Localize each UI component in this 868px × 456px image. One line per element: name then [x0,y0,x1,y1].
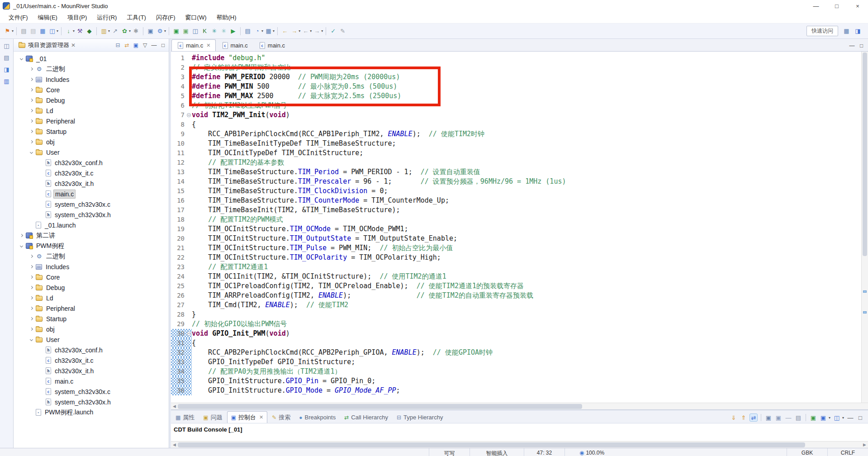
mark-occurrences-icon[interactable]: ✓ [329,27,337,35]
chevron-collapsed-icon[interactable] [28,66,34,72]
code-text[interactable]: TIM_OCInitStructure.TIM_OCMode = TIM_OCM… [192,224,408,234]
chevron-collapsed-icon[interactable] [28,253,34,260]
chevron-collapsed-icon[interactable] [28,87,34,93]
chevron-collapsed-icon[interactable] [28,264,34,270]
new-wizard-icon[interactable]: ⚑ [3,27,12,35]
dropdown-arrow-icon[interactable]: ▾ [310,29,312,33]
code-text[interactable]: { [192,120,196,129]
clear-console-icon[interactable]: — [784,413,792,422]
dropdown-arrow-icon[interactable]: ▾ [129,29,131,33]
editor-horizontal-scrollbar[interactable]: ◀ [171,403,868,409]
editor-tab-1[interactable]: cmain.c [216,39,253,51]
tree-item-Includes[interactable]: Includes [14,74,169,85]
code-text[interactable]: // 配置TIM2的基本参数 [192,158,284,167]
horizontal-scrollbar-thumb[interactable] [178,404,582,409]
code-line-5[interactable]: 5#define PWM_MAX 2500 // 最大脉宽为2.5ms (250… [171,91,861,101]
tree-item-Peripheral[interactable]: Peripheral [14,303,169,314]
code-lines[interactable]: 1#include "debug.h"2// 定义舵机的PWM周期和占空比3#d… [171,52,861,403]
tree-item-Core[interactable]: Core [14,272,169,282]
code-line-1[interactable]: 1#include "debug.h" [171,53,861,63]
code-line-13[interactable]: 13 TIM_TimeBaseStructure.TIM_Period = PW… [171,167,861,177]
tree-item-Startup[interactable]: Startup [14,126,169,137]
code-line-17[interactable]: 17 TIM_TimeBaseInit(TIM2, &TIM_TimeBaseS… [171,205,861,215]
code-text[interactable]: // 初始化TIM2以生成PWM信号 [192,101,287,110]
code-line-21[interactable]: 21 TIM_OCInitStructure.TIM_Pulse = PWM_M… [171,243,861,253]
code-line-20[interactable]: 20 TIM_OCInitStructure.TIM_OutputState =… [171,234,861,243]
menu-item-7[interactable]: 帮助(H) [212,12,242,23]
code-line-22[interactable]: 22 TIM_OCInitStructure.TIM_OCPolarity = … [171,253,861,262]
code-line-14[interactable]: 14 TIM_TimeBaseStructure.TIM_Prescaler =… [171,177,861,186]
last-edit-location-icon[interactable]: ← [301,27,310,35]
menu-item-1[interactable]: 编辑(E) [33,12,62,23]
dropdown-arrow-icon[interactable]: ▾ [57,29,58,33]
dropdown-arrow-icon[interactable]: ▾ [273,29,275,33]
save-icon[interactable]: ▤ [19,27,28,35]
code-line-25[interactable]: 25 TIM_OC1PreloadConfig(TIM2, TIM_OCPrel… [171,281,861,291]
restore-views-icon[interactable]: ◫ [3,42,11,50]
code-text[interactable]: void GPIO_Init_PWM(void) [192,329,290,338]
scroll-left-arrow-icon[interactable]: ◀ [171,403,178,410]
code-text[interactable]: TIM_TimeBaseStructure.TIM_ClockDivision … [192,186,388,196]
edit-mode-icon[interactable]: ✎ [338,27,347,35]
minimize-panel-icon[interactable]: — [846,413,854,422]
minimize-editor-icon[interactable]: — [848,42,856,49]
code-line-24[interactable]: 24 TIM_OC1Init(TIM2, &TIM_OCInitStructur… [171,272,861,281]
code-editor[interactable]: 1#include "debug.h"2// 定义舵机的PWM周期和占空比3#d… [171,52,868,403]
code-line-12[interactable]: 12 // 配置TIM2的基本参数 [171,158,861,167]
open-console-icon[interactable]: ▣ [819,413,827,422]
code-text[interactable]: TIM_TimeBaseInitTypeDef TIM_TimeBaseStru… [192,139,396,148]
attach-debug-icon[interactable]: ✳ [219,27,228,35]
tree-item-system_ch32v30x.c[interactable]: csystem_ch32v30x.c [14,386,169,397]
code-line-10[interactable]: 10 TIM_TimeBaseInitTypeDef TIM_TimeBaseS… [171,139,861,148]
code-text[interactable]: TIM_OC1PreloadConfig(TIM2, TIM_OCPreload… [192,281,524,291]
code-line-11[interactable]: 11 TIM_OCInitTypeDef TIM_OCInitStructure… [171,148,861,158]
dropdown-arrow-icon[interactable]: ▾ [261,29,263,33]
shortcut-console-icon[interactable]: ▥ [3,77,11,85]
bottom-horizontal-scrollbar[interactable]: ◀ ▶ [171,441,868,448]
tree-item-ch32v30x_it.c[interactable]: cch32v30x_it.c [14,168,169,178]
code-line-26[interactable]: 26 TIM_ARRPreloadConfig(TIM2, ENABLE); /… [171,291,861,300]
tree-item-ch32v30x_conf.h[interactable]: hch32v30x_conf.h [14,345,169,355]
code-text[interactable]: TIM_OCInitStructure.TIM_Pulse = PWM_MIN;… [192,243,453,253]
history-icon[interactable]: ◔ [253,27,261,35]
chevron-collapsed-icon[interactable] [28,316,34,322]
chip-query-icon[interactable]: ◫ [191,27,199,35]
code-text[interactable]: { [192,338,196,348]
tree-item-PWM例程.launch[interactable]: ▸PWM例程.launch [14,407,169,418]
code-line-36[interactable]: 36 GPIO_InitStructure.GPIO_Mode = GPIO_M… [171,386,861,395]
quick-access-button[interactable]: 快速访问 [806,26,838,36]
open-project-icon[interactable]: ◫ [48,27,57,35]
console-tab-4[interactable]: ●Breakpoints [295,411,340,423]
code-text[interactable]: TIM_OC1Init(TIM2, &TIM_OCInitStructure);… [192,272,446,281]
tree-item-obj[interactable]: obj [14,324,169,334]
code-text[interactable]: // 配置TIM2通道1 [192,262,268,272]
code-line-18[interactable]: 18 // 配置TIM2的PWM模式 [171,215,861,224]
tree-item-main.c[interactable]: cmain.c [14,376,169,386]
code-text[interactable]: TIM_TimeBaseInit(TIM2, &TIM_TimeBaseStru… [192,205,400,215]
terminal-icon[interactable]: ▣ [146,27,155,35]
debug-icon[interactable]: ✳ [210,27,218,35]
code-line-35[interactable]: 35 GPIO_InitStructure.GPIO_Pin = GPIO_Pi… [171,376,861,386]
chevron-expanded-icon[interactable] [28,149,34,156]
console-tab-0[interactable]: ▦属性 [171,411,199,423]
scroll-up-icon[interactable]: ⇑ [740,413,748,422]
close-tab-icon[interactable]: ✕ [206,43,210,48]
open-perspective-icon[interactable]: ▦ [842,27,851,35]
tree-item-main.c[interactable]: cmain.c [14,189,169,199]
stop-build-icon[interactable]: ✱ [132,27,140,35]
code-line-6[interactable]: 6// 初始化TIM2以生成PWM信号 [171,101,861,110]
code-text[interactable]: TIM_ARRPreloadConfig(TIM2, ENABLE); // 使… [192,291,533,300]
chevron-collapsed-icon[interactable] [28,305,34,312]
back-icon[interactable]: ← [280,27,289,35]
code-text[interactable]: GPIO_InitTypeDef GPIO_InitStructure; [192,357,355,367]
link-with-editor-icon[interactable]: ⇄ [123,41,131,49]
tree-item-ch32v30x_conf.h[interactable]: hch32v30x_conf.h [14,157,169,168]
tree-item-第二讲[interactable]: 第二讲 [14,230,169,241]
code-line-31[interactable]: 31{ [171,338,861,348]
console-tab-1[interactable]: ▣问题 [199,411,226,423]
tree-item-obj[interactable]: obj [14,137,169,147]
tree-item-Includes[interactable]: Includes [14,261,169,272]
tree-item-Debug[interactable]: Debug [14,282,169,293]
chip-config-icon[interactable]: K [200,27,209,35]
code-line-3[interactable]: 3#define PWM_PERIOD 20000 // PWM周期为20ms … [171,72,861,82]
